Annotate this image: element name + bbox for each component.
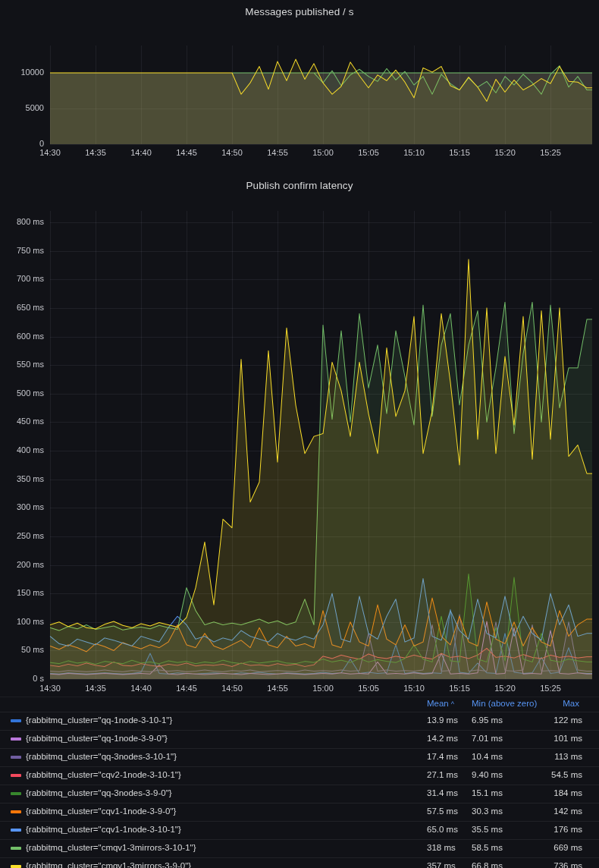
- legend-mean-value: 31.4 ms: [427, 788, 458, 797]
- legend-max-value: 736 ms: [554, 861, 582, 868]
- legend-series-swatch[interactable]: [11, 810, 21, 813]
- legend-min-value: 66.8 ms: [472, 861, 503, 868]
- legend-mean-value: 357 ms: [427, 861, 456, 868]
- legend-row: {rabbitmq_cluster="cqv1-1node-3-9-0"}57.…: [0, 803, 599, 821]
- legend-row: {rabbitmq_cluster="cqv1-1node-3-10-1"}65…: [0, 821, 599, 839]
- legend-series-label[interactable]: {rabbitmq_cluster="qq-1node-3-10-1"}: [26, 715, 172, 725]
- legend-mean-value: 27.1 ms: [427, 770, 458, 779]
- legend-min-value: 10.4 ms: [472, 752, 503, 761]
- legend-max-value: 101 ms: [554, 734, 582, 743]
- legend-series-label[interactable]: {rabbitmq_cluster="qq-3nodes-3-9-0"}: [26, 788, 172, 797]
- legend-max-value: 142 ms: [554, 807, 582, 816]
- legend-row: {rabbitmq_cluster="qq-1node-3-9-0"}14.2 …: [0, 730, 599, 748]
- legend-mean-value: 318 ms: [427, 843, 456, 852]
- legend-mean-value: 13.9 ms: [427, 715, 458, 725]
- legend-series-swatch[interactable]: [11, 847, 21, 850]
- latency-panel-title[interactable]: Publish confirm latency: [0, 180, 599, 191]
- legend-header-label: Max: [563, 699, 579, 708]
- legend-min-value: 30.3 ms: [472, 807, 503, 816]
- legend-series-label[interactable]: {rabbitmq_cluster="qq-1node-3-9-0"}: [26, 734, 168, 743]
- legend-header-label: Mean: [427, 699, 449, 708]
- legend-series-swatch[interactable]: [11, 865, 21, 868]
- legend-series-swatch[interactable]: [11, 829, 21, 832]
- legend-row: {rabbitmq_cluster="qq-3nodes-3-9-0"}31.4…: [0, 785, 599, 803]
- messages-panel-title[interactable]: Messages published / s: [0, 6, 599, 17]
- legend-min-value: 35.5 ms: [472, 825, 503, 834]
- legend-min-value: 7.01 ms: [472, 734, 503, 743]
- legend-series-label[interactable]: {rabbitmq_cluster="cmqv1-3mirrors-3-9-0"…: [26, 861, 191, 868]
- legend-mean-value: 65.0 ms: [427, 825, 458, 834]
- legend-header-label: Min (above zero): [472, 699, 537, 708]
- legend-series-label[interactable]: {rabbitmq_cluster="cqv2-1node-3-10-1"}: [26, 770, 181, 779]
- legend-series-swatch[interactable]: [11, 774, 21, 777]
- legend-min-value: 58.5 ms: [472, 843, 503, 852]
- legend-min-value: 9.40 ms: [472, 770, 503, 779]
- legend-mean-value: 17.4 ms: [427, 752, 458, 761]
- legend-row: {rabbitmq_cluster="qq-1node-3-10-1"}13.9…: [0, 712, 599, 730]
- legend-row: {rabbitmq_cluster="cmqv1-3mirrors-3-9-0"…: [0, 857, 599, 868]
- legend-series-swatch[interactable]: [11, 737, 21, 741]
- legend-mean-value: 14.2 ms: [427, 734, 458, 743]
- grafana-dashboard: { "panels": { "messages": { "title": "Me…: [0, 0, 599, 868]
- legend-series-swatch[interactable]: [11, 756, 21, 759]
- legend-max-value: 669 ms: [554, 843, 582, 852]
- legend-sort-min[interactable]: Min (above zero): [472, 699, 537, 708]
- legend-series-label[interactable]: {rabbitmq_cluster="cqv1-1node-3-9-0"}: [26, 807, 176, 816]
- legend-row: {rabbitmq_cluster="cqv2-1node-3-10-1"}27…: [0, 766, 599, 785]
- legend-mean-value: 57.5 ms: [427, 807, 458, 816]
- legend-series-swatch[interactable]: [11, 719, 21, 722]
- legend-min-value: 15.1 ms: [472, 788, 503, 797]
- legend-max-value: 54.5 ms: [551, 770, 582, 779]
- legend-header-row: Mean^Min (above zero)Max: [0, 697, 599, 712]
- legend-max-value: 176 ms: [554, 825, 582, 834]
- legend-series-label[interactable]: {rabbitmq_cluster="cmqv1-3mirrors-3-10-1…: [26, 843, 196, 852]
- sort-ascending-icon: ^: [451, 700, 454, 708]
- legend-table: {rabbitmq_cluster="qq-1node-3-10-1"}13.9…: [0, 712, 599, 868]
- legend-row: {rabbitmq_cluster="cmqv1-3mirrors-3-10-1…: [0, 839, 599, 857]
- legend-series-swatch[interactable]: [11, 792, 21, 795]
- legend-max-value: 113 ms: [554, 752, 582, 761]
- legend-series-label[interactable]: {rabbitmq_cluster="qq-3nodes-3-10-1"}: [26, 752, 177, 761]
- legend-min-value: 6.95 ms: [472, 715, 503, 725]
- legend-sort-mean[interactable]: Mean^: [427, 699, 454, 708]
- legend-sort-max[interactable]: Max: [563, 699, 579, 708]
- legend-max-value: 122 ms: [554, 715, 582, 725]
- legend-row: {rabbitmq_cluster="qq-3nodes-3-10-1"}17.…: [0, 748, 599, 766]
- legend-max-value: 184 ms: [554, 788, 582, 797]
- legend-series-label[interactable]: {rabbitmq_cluster="cqv1-1node-3-10-1"}: [26, 825, 181, 834]
